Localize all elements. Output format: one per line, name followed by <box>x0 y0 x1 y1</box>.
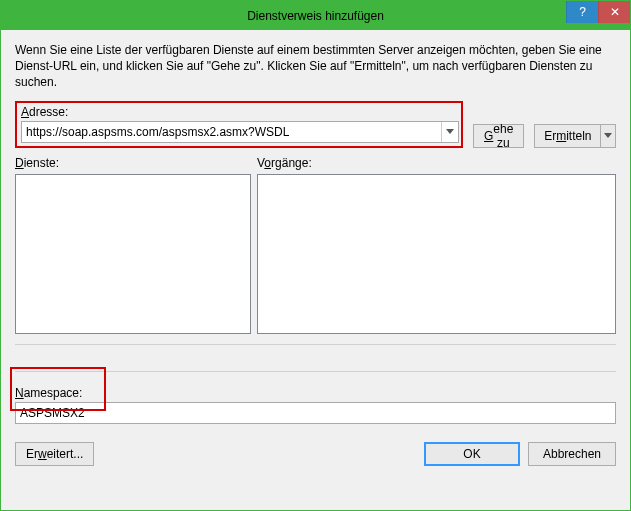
address-label: Adresse: <box>21 105 459 119</box>
operations-label: Vorgänge: <box>257 156 616 170</box>
footer-row: Erweitert... OK Abbrechen <box>15 442 616 466</box>
help-icon: ? <box>579 5 586 19</box>
address-group: Adresse: <box>15 101 463 148</box>
go-button[interactable]: Gehe zu <box>473 124 524 148</box>
intro-text: Wenn Sie eine Liste der verfügbaren Dien… <box>15 42 615 91</box>
titlebar: Dienstverweis hinzufügen ? ✕ <box>1 1 630 30</box>
window-buttons: ? ✕ <box>566 1 630 23</box>
close-icon: ✕ <box>610 5 620 19</box>
status-strip <box>15 344 616 372</box>
operations-column: Vorgänge: <box>257 156 616 334</box>
namespace-label: Namespace: <box>15 386 616 400</box>
services-listbox[interactable] <box>15 174 251 334</box>
close-button[interactable]: ✕ <box>598 1 630 23</box>
chevron-down-icon <box>446 129 454 134</box>
address-drop-button[interactable] <box>441 122 458 142</box>
discover-button[interactable]: Ermitteln <box>534 124 600 148</box>
namespace-group: Namespace: <box>15 386 616 424</box>
services-column: Dienste: <box>15 156 251 334</box>
help-button[interactable]: ? <box>566 1 598 23</box>
discover-split-button: Ermitteln <box>534 124 616 148</box>
advanced-button[interactable]: Erweitert... <box>15 442 94 466</box>
discover-arrow-button[interactable] <box>600 124 616 148</box>
namespace-input[interactable] <box>15 402 616 424</box>
dialog-window: Dienstverweis hinzufügen ? ✕ Wenn Sie ei… <box>0 0 631 511</box>
address-input[interactable] <box>22 122 441 142</box>
ok-button[interactable]: OK <box>424 442 520 466</box>
lists-row: Dienste: Vorgänge: <box>15 156 616 334</box>
dialog-body: Wenn Sie eine Liste der verfügbaren Dien… <box>1 30 630 510</box>
address-combobox[interactable] <box>21 121 459 143</box>
cancel-button[interactable]: Abbrechen <box>528 442 616 466</box>
services-label: Dienste: <box>15 156 251 170</box>
chevron-down-icon <box>604 133 612 138</box>
window-title: Dienstverweis hinzufügen <box>1 9 630 23</box>
address-row: Adresse: Gehe zu Ermitteln <box>15 101 616 148</box>
operations-listbox[interactable] <box>257 174 616 334</box>
